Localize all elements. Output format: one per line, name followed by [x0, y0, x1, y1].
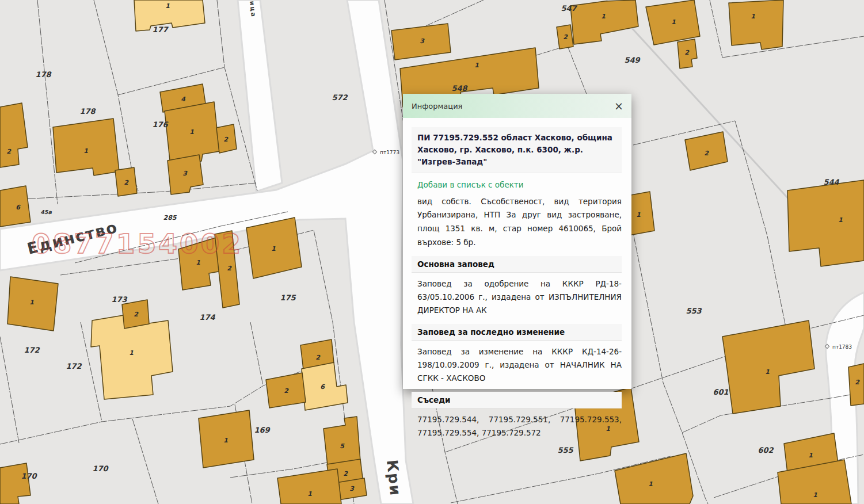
- parcel-number-label: 553: [686, 307, 702, 315]
- building-number-label: 1: [196, 259, 200, 266]
- building-number-label: 6: [320, 383, 325, 391]
- parcel-number-label: 178: [79, 107, 96, 116]
- property-description: вид собств. Съсобственост, вид територия…: [417, 195, 622, 250]
- parcel-number-label: 174: [199, 313, 215, 322]
- building: [729, 0, 783, 49]
- info-panel: Информация × ПИ 77195.729.552 област Хас…: [403, 94, 631, 389]
- section-text-last-amendment: Заповед за изменение на КККР КД-14-26-19…: [417, 345, 622, 385]
- building-number-label: 1: [165, 2, 170, 10]
- building-number-label: 4: [181, 96, 186, 103]
- building-number-label: 2: [124, 179, 129, 186]
- parcel-number-label: 170: [21, 472, 37, 480]
- building-number-label: 2: [704, 150, 709, 157]
- building-number-label: 1: [29, 299, 34, 306]
- parcel-number-label: 176: [152, 120, 169, 129]
- building-number-label: 5: [340, 442, 345, 450]
- section-heading-neighbours: Съседи: [412, 392, 622, 408]
- building-number-label: 1: [808, 452, 813, 459]
- building-number-label: 3: [182, 170, 188, 177]
- parcel-number-label: 572: [332, 93, 348, 102]
- parcel-number-label: 172: [66, 362, 82, 371]
- parcel-number-label: 178: [35, 70, 52, 79]
- map-application: 1412312263121121211121111262152311212111…: [0, 0, 864, 504]
- property-identifier-heading: ПИ 77195.729.552 област Хасково, община …: [412, 127, 622, 173]
- building-number-label: 1: [129, 349, 134, 357]
- parcel-number-label: 175: [280, 293, 296, 302]
- building-number-label: 1: [838, 216, 843, 224]
- building-number-label: 2: [855, 379, 860, 386]
- section-text-main-order: Заповед за одобрение на КККР РД-18-63/05…: [417, 277, 622, 317]
- building-number-label: 2: [563, 33, 568, 41]
- building-number-label: 2: [684, 49, 690, 56]
- add-to-object-list-link[interactable]: Добави в списък с обекти: [417, 180, 622, 189]
- building-number-label: 3: [420, 37, 425, 45]
- section-heading-last-amendment: Заповед за последно изменение: [412, 324, 622, 341]
- section-heading-main-order: Основна заповед: [412, 256, 622, 273]
- building-number-label: 1: [307, 490, 312, 498]
- building-number-label: 3: [349, 485, 355, 492]
- building-number-label: 1: [83, 147, 88, 155]
- building-number-label: 1: [474, 62, 479, 69]
- section-text-neighbours: 77195.729.544, 77195.729.551, 77195.729.…: [417, 413, 622, 440]
- parcel-number-label: 172: [24, 346, 40, 354]
- parcel-number-label: 544: [823, 178, 839, 186]
- building-number-label: 1: [189, 128, 194, 136]
- building-number-label: 6: [16, 204, 21, 211]
- building-number-label: 1: [751, 13, 755, 20]
- close-icon[interactable]: ×: [614, 101, 623, 112]
- building-number-label: 1: [648, 480, 653, 488]
- parcel-number-label: 549: [624, 56, 641, 64]
- info-panel-header: Информация ×: [403, 94, 631, 118]
- survey-point-label: пт1773: [380, 150, 399, 155]
- parcel-number-label: 170: [92, 464, 109, 473]
- building-number-label: 2: [343, 470, 348, 478]
- building-number-label: 2: [134, 311, 139, 318]
- building-number-label: 2: [284, 387, 289, 395]
- building-number-label: 1: [813, 491, 817, 499]
- parcel-number-label: 602: [758, 446, 774, 455]
- building-number-label: 2: [227, 265, 232, 272]
- building-number-label: 2: [6, 148, 12, 155]
- building-number-label: 1: [636, 211, 641, 219]
- parcel-number-label: 173: [111, 295, 127, 304]
- parcel-number-label: 285: [163, 214, 177, 222]
- parcel-number-label: 601: [713, 388, 728, 396]
- parcel-number-label: 45а: [40, 209, 52, 215]
- building-number-label: 2: [315, 354, 321, 361]
- info-panel-title: Информация: [412, 102, 462, 110]
- building-number-label: 1: [765, 368, 770, 376]
- building-number-label: 1: [671, 18, 676, 26]
- info-panel-body: ПИ 77195.729.552 област Хасково, община …: [403, 118, 631, 452]
- survey-point-label: пт1783: [832, 344, 852, 350]
- parcel-number-label: 177: [152, 25, 169, 34]
- parcel-number-label: 547: [561, 4, 577, 13]
- building-number-label: 1: [271, 245, 276, 253]
- parcel-number-label: 548: [451, 84, 468, 93]
- building-number-label: 1: [601, 13, 606, 20]
- parcel-number-label: 169: [254, 426, 271, 434]
- building-number-label: 2: [223, 136, 229, 143]
- building-number-label: 1: [223, 437, 228, 444]
